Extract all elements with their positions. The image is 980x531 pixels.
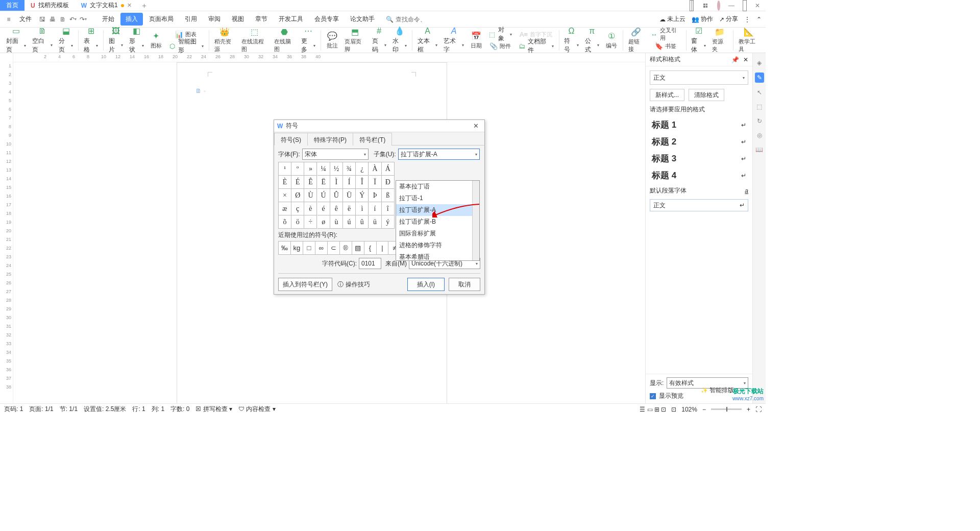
page-break-button[interactable]: ⬓分页▾ <box>57 29 75 52</box>
new-style-button[interactable]: 新样式... <box>650 89 684 101</box>
new-tab-button[interactable]: + <box>138 0 151 11</box>
fullscreen-icon[interactable]: ⛶ <box>755 406 762 413</box>
symbol-cell[interactable]: º <box>291 162 304 176</box>
current-style-select[interactable]: 正文▾ <box>650 70 748 85</box>
symbol-cell[interactable]: ë <box>343 202 356 215</box>
symbol-cell[interactable]: Ø <box>291 189 304 202</box>
dropdown-item[interactable]: 基本拉丁语 <box>396 181 479 192</box>
status-section[interactable]: 节: 1/1 <box>60 405 78 414</box>
symbol-cell[interactable]: Û <box>330 189 343 202</box>
print-preview-icon[interactable]: 🗎 <box>58 15 67 24</box>
status-chars[interactable]: 字数: 0 <box>170 405 189 414</box>
number-button[interactable]: ①编号 <box>603 29 620 52</box>
dropdown-item[interactable]: 拉丁语-1 <box>396 192 479 204</box>
search-input[interactable] <box>396 16 426 23</box>
tab-templates[interactable]: U 找稻壳模板 <box>24 0 75 11</box>
cancel-button[interactable]: 取消 <box>449 278 480 291</box>
status-page-no[interactable]: 页码: 1 <box>4 405 23 414</box>
recent-symbol-cell[interactable]: ⊂ <box>328 242 340 255</box>
menu-chapter[interactable]: 章节 <box>250 13 273 26</box>
symbol-cell[interactable]: ø <box>317 215 330 229</box>
side-pencil-icon[interactable]: ✎ <box>755 73 764 83</box>
command-search[interactable]: 🔍 <box>386 16 426 23</box>
maximize-icon[interactable] <box>741 1 748 11</box>
zoom-slider[interactable] <box>711 408 742 410</box>
symbol-cell[interactable]: À <box>369 162 382 176</box>
file-menu[interactable]: 文件 <box>14 13 37 26</box>
docer-button[interactable]: 👑稻壳资源 <box>212 29 237 52</box>
symbol-cell[interactable]: Ü <box>343 189 356 202</box>
symbol-cell[interactable]: õ <box>279 215 291 229</box>
recent-symbol-cell[interactable]: ▧ <box>352 242 364 255</box>
recent-symbol-cell[interactable]: kg <box>291 242 303 255</box>
symbol-cell[interactable]: Í <box>343 176 356 189</box>
symbol-cell[interactable]: û <box>356 215 369 229</box>
undo-icon[interactable]: ↶▾ <box>68 15 78 24</box>
save-icon[interactable]: 🖫 <box>38 15 47 24</box>
cloud-status[interactable]: ☁ 未上云 <box>659 15 685 23</box>
print-icon[interactable]: 🖶 <box>48 15 57 24</box>
menu-dev[interactable]: 开发工具 <box>274 13 308 26</box>
equation-button[interactable]: π公式▾ <box>583 29 601 52</box>
dropdown-item[interactable]: 拉丁语扩展-B <box>396 216 479 228</box>
symbol-cell[interactable]: ý <box>382 215 395 229</box>
blank-page-button[interactable]: 🗎空白页▾ <box>30 29 54 52</box>
symbol-cell[interactable]: í <box>369 202 382 215</box>
insert-button[interactable]: 插入(I) <box>407 278 445 291</box>
status-position[interactable]: 设置值: 2.5厘米 <box>84 405 126 414</box>
symbol-cell[interactable]: ê <box>330 202 343 215</box>
dropdown-item[interactable]: 基本希腊语 <box>396 251 479 261</box>
tips-link[interactable]: ⓘ操作技巧 <box>337 280 370 289</box>
menu-start[interactable]: 开始 <box>97 13 119 26</box>
zoom-out-icon[interactable]: − <box>702 406 706 413</box>
font-combo[interactable]: 宋体▾ <box>302 149 369 160</box>
header-footer-button[interactable]: ⬒页眉页脚 <box>342 29 368 52</box>
teaching-button[interactable]: 📐教学工具 <box>737 29 762 52</box>
menu-layout[interactable]: 页面布局 <box>144 13 179 26</box>
symbol-cell[interactable]: Ù <box>304 189 317 202</box>
side-cursor-icon[interactable]: ↖ <box>755 88 764 97</box>
mindmap-button[interactable]: ⬣在线脑图 <box>272 29 297 52</box>
crossref-button[interactable]: ↔交叉引用 <box>648 29 683 40</box>
tab-symbols[interactable]: 符号(S) <box>274 133 308 146</box>
symbol-cell[interactable]: ¼ <box>317 162 330 176</box>
style-item[interactable]: 标题 2↵ <box>650 135 748 149</box>
menu-insert[interactable]: 插入 <box>120 13 143 26</box>
dropdown-item[interactable]: 进格的修饰字符 <box>396 239 479 251</box>
symbol-cell[interactable]: Ë <box>317 176 330 189</box>
user-avatar-icon[interactable] <box>716 1 722 11</box>
tab-document[interactable]: W 文字文稿1 ✕ <box>75 0 138 11</box>
resource-button[interactable]: 📁资源夹 <box>710 29 730 52</box>
tab-special[interactable]: 特殊字符(P) <box>307 133 353 146</box>
symbol-cell[interactable]: ß <box>382 189 395 202</box>
watermark-button[interactable]: 💧水印▾ <box>390 29 409 52</box>
symbol-cell[interactable]: ü <box>369 215 382 229</box>
tab-close-icon[interactable]: ✕ <box>127 2 132 9</box>
symbol-cell[interactable]: × <box>279 189 291 202</box>
more-button[interactable]: ⋯更多▾ <box>299 29 317 52</box>
style-item[interactable]: 标题 1↵ <box>650 118 748 132</box>
close-window-icon[interactable]: ✕ <box>753 1 762 11</box>
shape-button[interactable]: ◧形状▾ <box>127 29 145 52</box>
insert-to-bar-button[interactable]: 插入到符号栏(Y) <box>278 278 332 291</box>
more-icon[interactable]: ⋮ <box>744 16 750 23</box>
symbol-cell[interactable]: ù <box>330 215 343 229</box>
icon-button[interactable]: ✦图标 <box>148 29 164 52</box>
recent-symbol-cell[interactable]: ‰ <box>279 242 291 255</box>
symbol-cell[interactable]: È <box>279 176 291 189</box>
char-code-input[interactable]: 0101 <box>359 258 381 269</box>
menu-vip[interactable]: 会员专享 <box>309 13 344 26</box>
recent-symbol-cell[interactable]: □ <box>303 242 315 255</box>
symbol-cell[interactable]: ú <box>343 215 356 229</box>
symbol-cell[interactable]: Ú <box>317 189 330 202</box>
zoom-value[interactable]: 102% <box>681 406 697 413</box>
side-target-icon[interactable]: ◎ <box>755 131 764 140</box>
wordart-button[interactable]: A艺术字▾ <box>442 29 465 52</box>
side-refresh-icon[interactable]: ↻ <box>755 116 764 126</box>
hamburger-icon[interactable]: ≡ <box>4 15 13 24</box>
share-button[interactable]: ↗ 分享 <box>719 15 738 23</box>
table-button[interactable]: ⊞表格▾ <box>82 29 100 52</box>
comment-button[interactable]: 💬批注 <box>324 29 340 52</box>
dropdown-scrollbar[interactable] <box>472 181 479 260</box>
redo-icon[interactable]: ↷▾ <box>79 15 88 24</box>
